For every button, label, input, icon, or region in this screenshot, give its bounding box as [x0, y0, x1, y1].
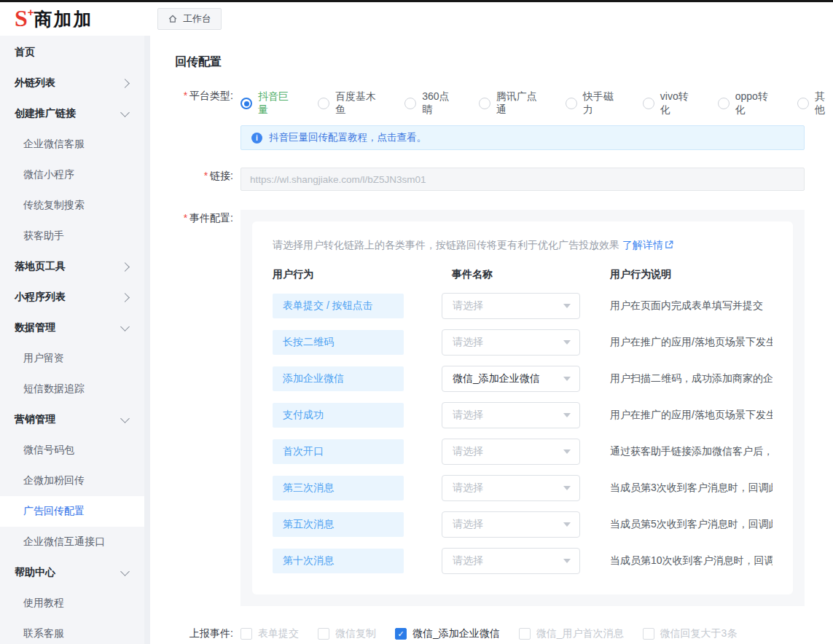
- event-select[interactable]: 请选择: [442, 475, 580, 501]
- sidebar-item[interactable]: 企微加粉回传: [0, 466, 144, 496]
- checkbox-unchecked-icon: [643, 628, 654, 640]
- caret-down-icon: [563, 522, 571, 527]
- event-name-cell: 请选择: [442, 511, 610, 538]
- behavior-cell: 添加企业微信: [273, 366, 442, 391]
- sidebar-item-label: 微信号码包: [23, 444, 74, 457]
- platform-radio-option[interactable]: 百度基木鱼: [318, 90, 383, 117]
- sidebar-item[interactable]: 微信号码包: [0, 435, 144, 466]
- platform-radio-option[interactable]: vivo转化: [643, 90, 696, 117]
- sidebar-item[interactable]: 企业微信客服: [0, 129, 144, 160]
- sidebar-item[interactable]: 小程序列表: [0, 282, 144, 313]
- report-checkbox[interactable]: 微信复制: [318, 627, 376, 640]
- caret-down-icon: [563, 449, 571, 454]
- sidebar: 首页外链列表创建推广链接企业微信客服微信小程序传统复制搜索获客助手落地页工具小程…: [0, 36, 150, 644]
- sidebar-item[interactable]: 使用教程: [0, 588, 144, 619]
- event-select[interactable]: 请选择: [442, 439, 580, 465]
- caret-down-icon: [563, 340, 571, 345]
- radio-icon: [318, 98, 329, 109]
- sidebar-item[interactable]: 首页: [0, 37, 144, 68]
- event-select[interactable]: 请选择: [442, 548, 580, 574]
- behavior-chip[interactable]: 第五次消息: [273, 512, 404, 537]
- report-checkbox[interactable]: ✓微信_添加企业微信: [395, 627, 500, 640]
- sidebar-item-label: 小程序列表: [15, 291, 66, 304]
- event-select-value: 请选择: [453, 445, 483, 458]
- sidebar-item[interactable]: 企业微信互通接口: [0, 527, 144, 557]
- checkbox-label: 微信_添加企业微信: [412, 627, 500, 640]
- sidebar-item[interactable]: 落地页工具: [0, 251, 144, 282]
- platform-radio-option[interactable]: 腾讯广点通: [479, 90, 544, 117]
- event-table-header: 用户行为 事件名称 用户行为说明: [273, 268, 773, 281]
- sidebar-item[interactable]: 广告回传配置: [0, 496, 144, 527]
- behavior-chip[interactable]: 第三次消息: [273, 476, 404, 500]
- sidebar-item[interactable]: 用户留资: [0, 343, 144, 374]
- event-select[interactable]: 请选择: [442, 293, 580, 319]
- col-header-event-name: 事件名称: [442, 268, 610, 281]
- behavior-chip[interactable]: 长按二维码: [273, 330, 404, 355]
- event-name-cell: 请选择: [442, 293, 610, 319]
- external-link-icon: [665, 240, 673, 251]
- radio-label: oppo转化: [735, 90, 775, 117]
- behavior-chip[interactable]: 首次开口: [273, 439, 404, 464]
- radio-icon: [404, 98, 416, 109]
- checkbox-unchecked-icon: [240, 628, 252, 640]
- radio-label: 360点睛: [422, 90, 457, 117]
- sidebar-item[interactable]: 创建推广链接: [0, 98, 144, 129]
- sidebar-item[interactable]: 外链列表: [0, 68, 144, 98]
- sidebar-item[interactable]: 获客助手: [0, 221, 144, 251]
- platform-radio-option[interactable]: oppo转化: [718, 90, 775, 117]
- chevron-right-icon: [120, 293, 130, 302]
- app-logo: S+商加加: [0, 7, 144, 31]
- chevron-down-icon: [120, 567, 130, 576]
- sidebar-item[interactable]: 联系客服: [0, 619, 144, 644]
- sidebar-item[interactable]: 短信数据追踪: [0, 374, 144, 404]
- event-select[interactable]: 请选择: [442, 329, 580, 356]
- sidebar-item[interactable]: 微信小程序: [0, 160, 144, 190]
- info-icon: i: [251, 133, 262, 144]
- radio-label: 百度基木鱼: [335, 90, 383, 117]
- event-select-value: 请选择: [453, 518, 483, 531]
- report-checkbox[interactable]: 微信回复大于3条: [643, 627, 738, 640]
- learn-more-link[interactable]: 了解详情: [622, 239, 673, 251]
- behavior-chip[interactable]: 添加企业微信: [273, 366, 404, 391]
- event-select[interactable]: 请选择: [442, 402, 580, 428]
- link-input[interactable]: [240, 168, 805, 191]
- tutorial-notice-text[interactable]: 抖音巨量回传配置教程，点击查看。: [269, 131, 426, 144]
- sidebar-item-label: 微信小程序: [23, 168, 74, 181]
- app-header: S+商加加 工作台: [0, 2, 833, 36]
- logo-text: 商加加: [34, 7, 93, 31]
- sidebar-item[interactable]: 数据管理: [0, 313, 144, 343]
- platform-radio-option[interactable]: 抖音巨量: [240, 90, 296, 117]
- behavior-chip[interactable]: 支付成功: [273, 403, 404, 428]
- event-row: 添加企业微信微信_添加企业微信用户扫描二维码，成功添加商家的企业微信: [273, 366, 773, 392]
- event-select-value: 请选择: [453, 409, 483, 422]
- behavior-cell: 第十次消息: [273, 549, 442, 573]
- event-select[interactable]: 请选择: [442, 511, 580, 538]
- platform-radio-option[interactable]: 360点睛: [404, 90, 457, 117]
- event-row: 第十次消息请选择当成员第10次收到客户消息时，回调此事...: [273, 548, 773, 574]
- sidebar-item[interactable]: 营销管理: [0, 404, 144, 435]
- col-header-behavior-desc: 用户行为说明: [610, 268, 773, 281]
- event-name-cell: 请选择: [442, 439, 610, 465]
- sidebar-item-label: 获客助手: [23, 229, 64, 243]
- platform-radio-option[interactable]: 其他: [797, 90, 833, 117]
- report-checkbox[interactable]: 表单提交: [240, 627, 299, 640]
- event-name-cell: 微信_添加企业微信: [442, 366, 610, 392]
- event-select[interactable]: 微信_添加企业微信: [442, 366, 580, 392]
- behavior-cell: 第五次消息: [273, 512, 442, 537]
- behavior-chip[interactable]: 表单提交 / 按钮点击: [273, 294, 404, 318]
- platform-radio-option[interactable]: 快手磁力: [566, 90, 621, 117]
- checkbox-checked-icon: ✓: [395, 628, 407, 640]
- sidebar-item-label: 企微加粉回传: [23, 474, 85, 487]
- sidebar-item[interactable]: 帮助中心: [0, 557, 144, 588]
- report-checkbox[interactable]: 微信_用户首次消息: [519, 627, 624, 640]
- sidebar-item[interactable]: 传统复制搜索: [0, 190, 144, 221]
- behavior-chip[interactable]: 第十次消息: [273, 549, 404, 573]
- event-select-value: 请选择: [453, 482, 483, 495]
- workbench-tab[interactable]: 工作台: [157, 8, 222, 30]
- sidebar-item-label: 联系客服: [23, 627, 64, 640]
- sidebar-item-label: 企业微信互通接口: [23, 535, 105, 549]
- sidebar-item-label: 外链列表: [15, 76, 55, 90]
- behavior-cell: 表单提交 / 按钮点击: [273, 294, 442, 318]
- behavior-desc: 当成员第10次收到客户消息时，回调此事...: [610, 554, 773, 568]
- behavior-desc: 通过获客助手链接添加微信客户后，当微...: [610, 445, 773, 458]
